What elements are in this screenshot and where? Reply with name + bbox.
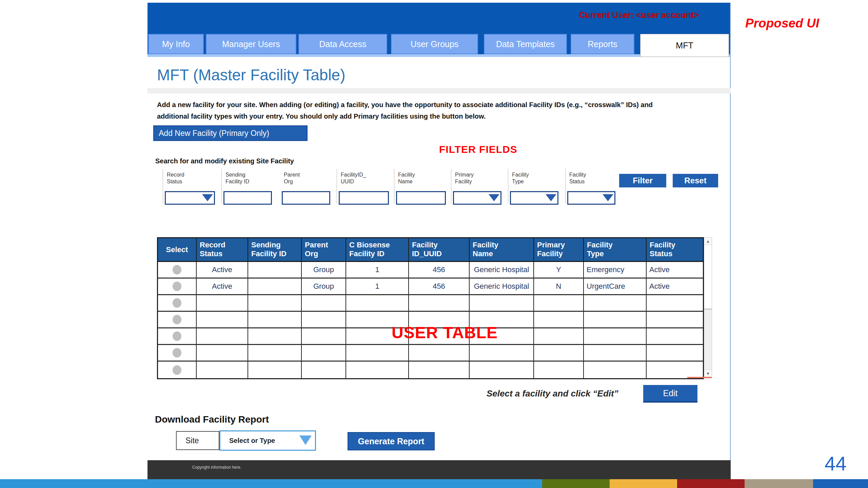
tab-data-access[interactable]: Data Access xyxy=(298,34,387,54)
filter-dropdown-facility-status[interactable] xyxy=(567,191,615,205)
chevron-down-icon xyxy=(603,194,613,201)
row-select-radio[interactable] xyxy=(173,315,181,324)
table-cell xyxy=(534,295,584,311)
column-header-cbiosense-facilityid: C BiosenseFacility ID xyxy=(346,238,409,261)
app-window: Current User: <user account> My InfoMana… xyxy=(147,3,731,482)
tab-data-templates[interactable]: Data Templates xyxy=(484,34,567,54)
stripe-segment xyxy=(0,479,542,488)
title-divider xyxy=(147,88,731,94)
table-cell: Active xyxy=(197,279,248,294)
table-cell xyxy=(409,362,470,378)
table-cell xyxy=(409,345,470,361)
select-cell xyxy=(158,362,197,378)
chevron-down-icon xyxy=(299,435,312,445)
site-select-value: Select or Type xyxy=(229,437,275,445)
filter-label-facility-type: FacilityType xyxy=(512,171,529,185)
edit-hint: Select a facility and click “Edit” xyxy=(487,388,618,399)
add-new-facility-button[interactable]: Add New Facility (Primary Only) xyxy=(153,125,308,141)
stripe-segment xyxy=(813,479,868,488)
site-select-dropdown[interactable]: Select or Type xyxy=(219,430,316,451)
user-table-annotation: USER TABLE xyxy=(392,323,498,342)
generate-report-button[interactable]: Generate Report xyxy=(348,432,435,450)
scrollbar-redline xyxy=(687,377,712,378)
chevron-down-icon xyxy=(546,194,556,201)
row-select-radio[interactable] xyxy=(173,365,181,375)
select-cell xyxy=(158,312,197,327)
filter-input-sending-facilityid[interactable] xyxy=(223,191,272,205)
filter-input-facility-name[interactable] xyxy=(396,191,446,205)
slide-page-number: 44 xyxy=(825,452,847,475)
table-cell: Generic Hospital xyxy=(470,279,534,294)
column-header-primary-facility: PrimaryFacility xyxy=(534,238,584,261)
table-cell xyxy=(470,295,534,311)
filter-label-sending-facilityid: SendingFacility ID xyxy=(225,171,249,185)
filter-button[interactable]: Filter xyxy=(619,174,666,187)
select-cell xyxy=(158,279,197,294)
table-cell xyxy=(197,328,248,344)
page-description-line2: additional facility types with your entr… xyxy=(157,113,723,120)
site-field[interactable]: Site xyxy=(176,431,219,450)
table-header-row: SelectRecordStatusSendingFacility IDPare… xyxy=(158,238,703,262)
tab-mft[interactable]: MFT xyxy=(640,34,729,57)
table-cell: UrgentCare xyxy=(584,279,647,294)
table-cell xyxy=(248,362,302,378)
filter-dropdown-facility-type[interactable] xyxy=(510,191,558,205)
row-select-radio[interactable] xyxy=(173,298,181,308)
tab-user-groups[interactable]: User Groups xyxy=(391,34,478,54)
table-cell xyxy=(584,295,647,311)
filter-input-parent-org[interactable] xyxy=(282,191,330,205)
scrollbar-down-icon[interactable]: ▼ xyxy=(704,369,712,377)
filter-label-primary-facility: PrimaryFacility xyxy=(455,171,474,185)
table-cell: Y xyxy=(534,262,584,278)
filter-label-facility-status: FacilityStatus xyxy=(569,171,586,185)
filter-dropdown-record-status[interactable] xyxy=(165,191,215,205)
tab-reports[interactable]: Reports xyxy=(571,34,634,54)
filter-separator xyxy=(394,169,394,204)
filter-label-facilityid-uuid: FacilityID_UUID xyxy=(341,171,366,185)
table-cell: Active xyxy=(647,262,703,278)
table-cell xyxy=(197,362,248,378)
select-cell xyxy=(158,295,197,311)
stripe-segment xyxy=(542,479,610,488)
table-cell xyxy=(248,328,302,344)
table-cell xyxy=(470,362,534,378)
screenshot-canvas: Current User: <user account> My InfoMana… xyxy=(0,0,868,488)
tab-my-info[interactable]: My Info xyxy=(148,34,204,54)
table-cell xyxy=(248,345,302,361)
table-cell xyxy=(584,362,647,378)
row-select-radio[interactable] xyxy=(173,265,181,274)
column-header-facility-status: FacilityStatus xyxy=(647,238,703,261)
scrollbar-thumb[interactable] xyxy=(704,245,712,309)
table-cell xyxy=(197,312,248,327)
page-description-line1: Add a new facility for your site. When a… xyxy=(157,101,723,109)
table-cell: Emergency xyxy=(584,262,647,278)
table-cell xyxy=(584,345,647,361)
table-cell xyxy=(584,312,647,327)
reset-button[interactable]: Reset xyxy=(673,174,718,187)
row-select-radio[interactable] xyxy=(173,282,181,291)
table-cell xyxy=(584,328,647,344)
table-cell: N xyxy=(534,279,584,294)
row-select-radio[interactable] xyxy=(173,348,181,358)
table-cell xyxy=(248,312,302,327)
table-cell xyxy=(302,345,346,361)
table-row: ActiveGroup1456Generic HospitalNUrgentCa… xyxy=(158,279,703,295)
table-cell xyxy=(302,295,346,311)
row-select-radio[interactable] xyxy=(173,331,181,341)
table-cell xyxy=(647,345,703,361)
edit-button[interactable]: Edit xyxy=(643,385,697,403)
tab-manager-users[interactable]: Manager Users xyxy=(206,34,296,54)
table-cell xyxy=(346,295,409,311)
column-header-record-status: RecordStatus xyxy=(197,238,248,261)
table-cell xyxy=(346,345,409,361)
table-scrollbar[interactable]: ▲ ▼ xyxy=(704,237,712,377)
table-row xyxy=(158,295,703,312)
table-cell xyxy=(302,328,346,344)
table-cell: 456 xyxy=(409,262,470,278)
filter-label-parent-org: ParentOrg xyxy=(284,171,300,185)
filter-input-facilityid-uuid[interactable] xyxy=(339,191,389,205)
table-cell: Generic Hospital xyxy=(470,262,534,278)
filter-dropdown-primary-facility[interactable] xyxy=(453,191,501,205)
filter-label-facility-name: FacilityName xyxy=(398,171,415,185)
scrollbar-up-icon[interactable]: ▲ xyxy=(704,238,712,245)
